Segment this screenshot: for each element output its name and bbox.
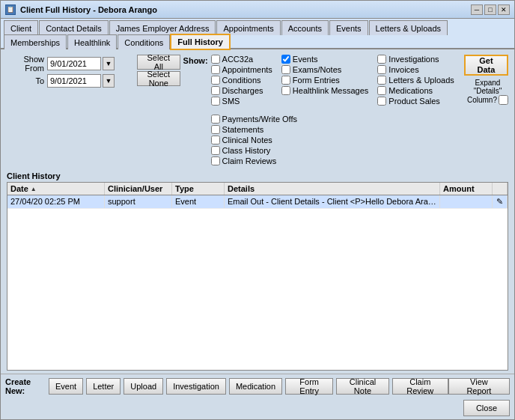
restore-button[interactable]: □ (484, 4, 496, 15)
letters-uploads-checkbox[interactable] (377, 76, 386, 85)
show-from-dropdown[interactable]: ▼ (103, 57, 115, 70)
select-all-button[interactable]: Select All (137, 55, 180, 70)
tab-james-employer[interactable]: James Employer Address (109, 20, 216, 35)
view-report-button[interactable]: View Report (448, 378, 510, 395)
discharges-checkbox[interactable] (211, 86, 220, 95)
create-upload-button[interactable]: Upload (124, 378, 163, 395)
title-buttons: ─ □ ✕ (471, 4, 510, 15)
show-from-field[interactable] (47, 57, 101, 70)
close-bar: Close (1, 398, 514, 419)
title-bar-left: 📋 Client Full History - Debora Arango (5, 4, 157, 15)
create-investigation-button[interactable]: Investigation (166, 378, 226, 395)
tab-conditions[interactable]: Conditions (118, 34, 170, 49)
create-letter-button[interactable]: Letter (86, 378, 121, 395)
class-history-checkbox[interactable] (211, 146, 220, 155)
events-checkbox[interactable] (281, 55, 290, 64)
client-history-section: Client History Date ▲ Clinician/User Typ… (4, 170, 511, 371)
tab-contact-details[interactable]: Contact Details (39, 20, 109, 35)
close-window-button[interactable]: ✕ (498, 4, 510, 15)
tab-appointments[interactable]: Appointments (216, 20, 280, 35)
header-details: Details (225, 183, 440, 195)
checkboxes-area: ACC32a Appointments Conditions Discharge… (211, 55, 461, 165)
content-area: Show From ▼ To ▼ Select All Sel (1, 49, 514, 374)
claim-reviews-checkbox[interactable] (211, 156, 220, 165)
create-event-button[interactable]: Event (49, 378, 83, 395)
tab-letters-uploads[interactable]: Letters & Uploads (369, 20, 448, 35)
checkbox-col-2: Events Exams/Notes Form Entries Healthli… (281, 55, 369, 106)
checkbox-medications: Medications (377, 86, 454, 95)
cell-details: Email Out - Client Details - Client <P>H… (225, 195, 440, 208)
show-from-input-group: ▼ (47, 57, 115, 70)
details-label: "Details" (474, 87, 502, 95)
select-buttons: Select All Select None (137, 55, 180, 86)
checkbox-events: Events (281, 55, 369, 64)
sms-checkbox[interactable] (211, 97, 220, 106)
create-new-area: Create New: Event Letter Upload Investig… (5, 377, 448, 395)
checkbox-payments-write-offs: Payments/Write Offs (211, 115, 297, 124)
checkbox-product-sales: Product Sales (377, 97, 454, 106)
show-to-row: To ▼ (7, 74, 134, 88)
exams-notes-checkbox[interactable] (281, 65, 290, 74)
nav-tabs: Client Contact Details James Employer Ad… (1, 19, 514, 49)
create-form-entry-button[interactable]: Form Entry (285, 378, 333, 395)
cell-amount (440, 195, 493, 208)
expand-section: Expand "Details" Column? (467, 79, 508, 105)
conditions-checkbox[interactable] (211, 76, 220, 85)
header-amount: Amount (440, 183, 493, 195)
show-label: Show: (183, 56, 208, 65)
acc32a-checkbox[interactable] (211, 55, 220, 64)
investigations-checkbox[interactable] (377, 55, 386, 64)
expand-label: Expand (475, 79, 501, 87)
history-table: Date ▲ Clinician/User Type Details Amoun… (7, 182, 508, 371)
checkbox-col-3: Investigations Invoices Letters & Upload… (377, 55, 454, 106)
right-controls: Get Data Expand "Details" Column? (464, 55, 508, 105)
create-medication-button[interactable]: Medication (229, 378, 282, 395)
cell-type: Event (172, 195, 225, 208)
create-clinical-note-button[interactable]: Clinical Note (336, 378, 388, 395)
tab-client[interactable]: Client (4, 20, 38, 35)
tab-healthlink[interactable]: Healthlink (67, 34, 117, 49)
header-type: Type (172, 183, 225, 195)
clinical-notes-checkbox[interactable] (211, 136, 220, 144)
expand-checkbox-row: Column? (467, 95, 508, 105)
appointments-checkbox[interactable] (211, 65, 220, 74)
expand-details-checkbox[interactable] (499, 95, 508, 105)
payments-write-offs-checkbox[interactable] (211, 115, 220, 124)
tab-full-history[interactable]: Full History (171, 34, 230, 49)
show-to-dropdown[interactable]: ▼ (103, 74, 115, 88)
show-to-label: To (7, 76, 44, 85)
checkbox-col-4: Payments/Write Offs Statements Clinical … (211, 115, 297, 165)
checkbox-healthlink-messages: Healthlink Messages (281, 86, 369, 95)
statements-checkbox[interactable] (211, 125, 220, 134)
bottom-bar: Create New: Event Letter Upload Investig… (1, 374, 514, 398)
invoices-checkbox[interactable] (377, 65, 386, 74)
cell-date: 27/04/20 02:25 PM (7, 195, 105, 208)
checkbox-letters-uploads: Letters & Uploads (377, 76, 454, 85)
table-row[interactable]: 27/04/20 02:25 PM support Event Email Ou… (7, 195, 508, 209)
show-to-field[interactable] (47, 74, 101, 88)
section-title: Client History (4, 170, 511, 182)
medications-checkbox[interactable] (377, 86, 386, 95)
healthlink-messages-checkbox[interactable] (281, 86, 290, 95)
create-new-label: Create New: (5, 377, 46, 395)
window-title: Client Full History - Debora Arango (20, 5, 157, 14)
checkbox-col-1: ACC32a Appointments Conditions Discharge… (211, 55, 272, 106)
date-sort-arrow: ▲ (31, 186, 37, 192)
product-sales-checkbox[interactable] (377, 97, 386, 106)
checkbox-conditions: Conditions (211, 76, 272, 85)
checkbox-acc32a: ACC32a (211, 55, 272, 64)
cell-edit[interactable]: ✎ (493, 195, 508, 208)
tab-accounts[interactable]: Accounts (281, 20, 329, 35)
header-date: Date ▲ (7, 183, 105, 195)
get-data-button[interactable]: Get Data (464, 55, 508, 76)
tab-memberships[interactable]: Memberships (4, 34, 67, 49)
minimize-button[interactable]: ─ (471, 4, 483, 15)
create-claim-review-button[interactable]: Claim Review (392, 378, 448, 395)
close-button[interactable]: Close (463, 400, 510, 416)
checkbox-invoices: Invoices (377, 65, 454, 74)
select-none-button[interactable]: Select None (137, 71, 180, 86)
form-entries-checkbox[interactable] (281, 76, 290, 85)
tab-events[interactable]: Events (329, 20, 368, 35)
show-from-row: Show From ▼ (7, 55, 134, 73)
table-header: Date ▲ Clinician/User Type Details Amoun… (7, 183, 508, 195)
